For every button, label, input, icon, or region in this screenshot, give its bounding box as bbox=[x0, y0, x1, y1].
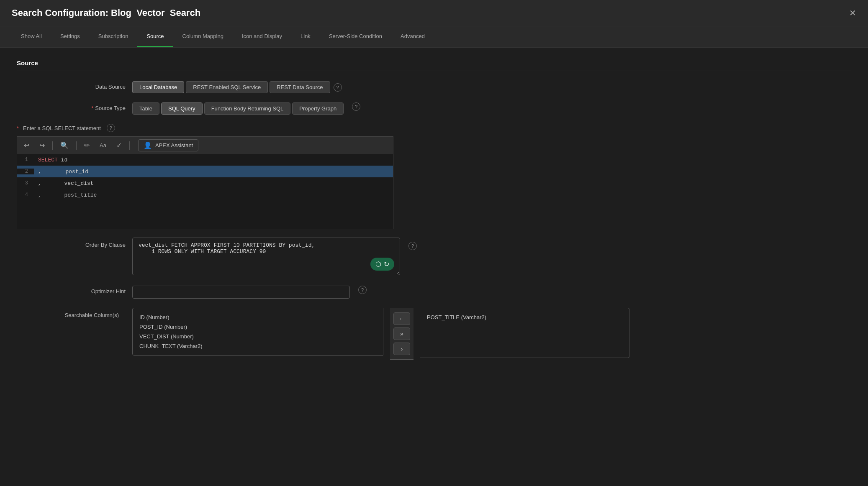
format-button[interactable]: Aa bbox=[97, 141, 109, 150]
nav-tab-icon-and-display[interactable]: Icon and Display bbox=[233, 26, 291, 47]
ai-icon-1: ⬡ bbox=[375, 260, 381, 268]
line-num-4: 4 bbox=[17, 192, 34, 198]
line-content-2: , post_id bbox=[34, 169, 90, 175]
line-content-4: , post_title bbox=[34, 192, 97, 198]
close-button[interactable]: ✕ bbox=[849, 8, 856, 18]
source-type-controls: TableSQL QueryFunction Body Returning SQ… bbox=[132, 102, 344, 115]
right-column-item[interactable]: POST_TITLE (Varchar2) bbox=[427, 312, 622, 322]
sql-label: Enter a SQL SELECT statement bbox=[23, 125, 101, 131]
searchable-columns-row: Searchable Column(s) ID (Number)POST_ID … bbox=[17, 308, 851, 360]
apex-assistant-icon: 👤 bbox=[144, 141, 152, 149]
searchable-columns-left: ID (Number)POST_ID (Number)VECT_DIST (Nu… bbox=[132, 308, 383, 356]
section-title: Source bbox=[17, 59, 851, 71]
data-source-label: Data Source bbox=[17, 81, 126, 90]
order-by-help-icon[interactable]: ? bbox=[408, 242, 417, 250]
order-by-input[interactable]: vect_dist FETCH APPROX FIRST 10 PARTITIO… bbox=[132, 238, 400, 275]
title-bar: Search Configuration: Blog_Vector_Search… bbox=[0, 0, 868, 26]
source-type-option-property-graph[interactable]: Property Graph bbox=[292, 102, 344, 115]
line-num-2: 2 bbox=[17, 169, 34, 174]
nav-tab-source[interactable]: Source bbox=[137, 26, 173, 47]
undo-button[interactable]: ↩ bbox=[21, 140, 32, 151]
transfer-buttons: ← » › bbox=[390, 308, 413, 360]
data-source-option-rest-enabled-sql-service[interactable]: REST Enabled SQL Service bbox=[186, 81, 268, 93]
line-num-3: 3 bbox=[17, 180, 34, 186]
data-source-controls: Local DatabaseREST Enabled SQL ServiceRE… bbox=[132, 81, 342, 93]
code-line-1: 1 SELECT id bbox=[17, 154, 393, 166]
optimizer-input[interactable] bbox=[132, 286, 350, 299]
ai-badge: ⬡ ↻ bbox=[370, 258, 394, 271]
line-content-1: SELECT id bbox=[34, 157, 67, 163]
nav-tab-link[interactable]: Link bbox=[291, 26, 320, 47]
nav-tab-show-all[interactable]: Show All bbox=[12, 26, 51, 47]
content-area: Source Data Source Local DatabaseREST En… bbox=[0, 48, 868, 381]
move-left-button[interactable]: ← bbox=[393, 312, 410, 325]
order-by-label: Order By Clause bbox=[17, 238, 126, 248]
ai-icon-2: ↻ bbox=[384, 260, 389, 268]
apex-assistant-label: APEX Assistant bbox=[155, 142, 193, 148]
code-line-3: 3 , vect_dist bbox=[17, 177, 393, 189]
source-type-option-function-body-returning-sql[interactable]: Function Body Returning SQL bbox=[204, 102, 291, 115]
optimizer-help-icon[interactable]: ? bbox=[358, 286, 367, 294]
source-type-option-table[interactable]: Table bbox=[132, 102, 159, 115]
editor-toolbar: ↩ ↪ 🔍 ✏ Aa ✓ 👤 APEX Assistant bbox=[17, 136, 393, 154]
source-type-row: *Source Type TableSQL QueryFunction Body… bbox=[17, 102, 851, 115]
order-by-row: Order By Clause vect_dist FETCH APPROX F… bbox=[17, 238, 851, 276]
validate-button[interactable]: ✓ bbox=[114, 140, 124, 151]
data-source-row: Data Source Local DatabaseREST Enabled S… bbox=[17, 81, 851, 93]
code-editor[interactable]: 1 SELECT id 2 , post_id 3 , vect_dist 4 … bbox=[17, 154, 393, 229]
code-line-2: 2 , post_id bbox=[17, 166, 393, 177]
nav-tab-settings[interactable]: Settings bbox=[51, 26, 89, 47]
data-source-help-icon[interactable]: ? bbox=[334, 83, 342, 92]
nav-tab-server-side-condition[interactable]: Server-Side Condition bbox=[320, 26, 391, 47]
toolbar-sep-2 bbox=[76, 141, 77, 150]
optimizer-row: Optimizer Hint ? bbox=[17, 286, 851, 299]
search-button[interactable]: 🔍 bbox=[58, 140, 71, 151]
left-column-item[interactable]: ID (Number) bbox=[139, 312, 376, 322]
sql-help-icon[interactable]: ? bbox=[107, 124, 115, 132]
move-right-all-button[interactable]: » bbox=[393, 327, 410, 340]
nav-tabs: Show AllSettingsSubscriptionSourceColumn… bbox=[0, 26, 868, 48]
sql-label-row: * Enter a SQL SELECT statement ? bbox=[17, 124, 851, 132]
editor-wrapper: ↩ ↪ 🔍 ✏ Aa ✓ 👤 APEX Assistant 1 SELECT i… bbox=[17, 136, 393, 229]
sql-required-star: * bbox=[17, 125, 19, 131]
toolbar-sep-1 bbox=[52, 141, 53, 150]
move-right-button[interactable]: › bbox=[393, 343, 410, 355]
left-column-item[interactable]: CHUNK_TEXT (Varchar2) bbox=[139, 341, 376, 351]
source-type-option-sql-query[interactable]: SQL Query bbox=[161, 102, 203, 115]
page-title: Search Configuration: Blog_Vector_Search bbox=[12, 8, 200, 18]
data-source-option-rest-data-source[interactable]: REST Data Source bbox=[270, 81, 330, 93]
nav-tab-advanced[interactable]: Advanced bbox=[391, 26, 434, 47]
searchable-columns-right: POST_TITLE (Varchar2) bbox=[420, 308, 629, 358]
nav-tab-subscription[interactable]: Subscription bbox=[89, 26, 138, 47]
data-source-option-local-database[interactable]: Local Database bbox=[132, 81, 184, 93]
edit-button[interactable]: ✏ bbox=[82, 140, 92, 151]
searchable-columns-label: Searchable Column(s) bbox=[17, 308, 126, 318]
source-type-label: *Source Type bbox=[17, 102, 126, 111]
toolbar-sep-3 bbox=[129, 141, 130, 150]
redo-button[interactable]: ↪ bbox=[37, 140, 47, 151]
line-content-3: , vect_dist bbox=[34, 180, 94, 187]
nav-tab-column-mapping[interactable]: Column Mapping bbox=[173, 26, 233, 47]
left-column-item[interactable]: POST_ID (Number) bbox=[139, 322, 376, 332]
textarea-wrapper: vect_dist FETCH APPROX FIRST 10 PARTITIO… bbox=[132, 238, 400, 276]
apex-assistant-button[interactable]: 👤 APEX Assistant bbox=[138, 139, 198, 151]
optimizer-label: Optimizer Hint bbox=[17, 286, 126, 294]
source-type-help-icon[interactable]: ? bbox=[352, 102, 360, 111]
left-column-item[interactable]: VECT_DIST (Number) bbox=[139, 332, 376, 341]
line-num-1: 1 bbox=[17, 157, 34, 163]
code-line-4: 4 , post_title bbox=[17, 189, 393, 201]
required-star: * bbox=[91, 105, 93, 111]
